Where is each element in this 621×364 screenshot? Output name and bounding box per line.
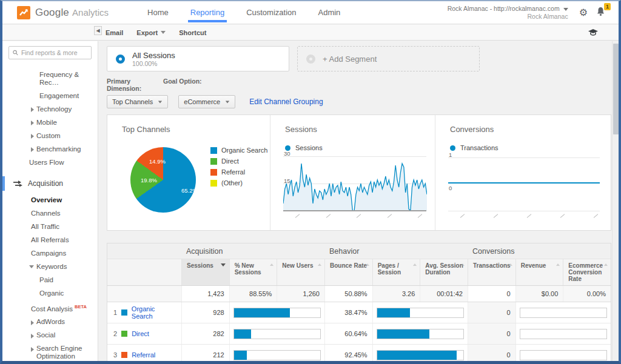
chevron-down-icon xyxy=(226,101,229,103)
bell-icon[interactable]: 1 xyxy=(596,7,605,19)
nav-reporting[interactable]: Reporting xyxy=(180,1,235,24)
chevron-down-icon xyxy=(563,8,568,11)
segment-bar: All Sessions 100.00% + Add Segment xyxy=(107,46,619,71)
nav-home[interactable]: Home xyxy=(136,1,180,24)
bar-track xyxy=(520,308,607,318)
search-input[interactable] xyxy=(21,49,87,56)
column-header-ecommerce-rate[interactable]: Ecommerce Conversion Rate xyxy=(563,259,611,285)
channels-pie-chart[interactable]: 65.2% 19.8% 14.9% xyxy=(130,147,196,213)
scrollbar-thumb[interactable] xyxy=(613,44,619,134)
nav-admin-label: Admin xyxy=(318,8,341,17)
conversions-legend: Transactions xyxy=(450,144,498,151)
sidebar-item-channels[interactable]: Channels xyxy=(2,207,98,220)
bar-track xyxy=(520,329,607,339)
sidebar-item-organic[interactable]: Organic xyxy=(2,286,98,300)
conversions-line-chart[interactable]: 1 0 xyxy=(448,153,600,211)
row-rank: 2 xyxy=(113,330,117,337)
bar-track xyxy=(233,329,321,339)
column-label: % New Sessions xyxy=(235,262,261,276)
sidebar-item-social[interactable]: Social xyxy=(2,329,98,342)
goal-dropdown[interactable]: eCommerce xyxy=(178,95,235,108)
report-content: All Sessions 100.00% + Add Segment Prima… xyxy=(99,41,619,361)
sidebar-collapse-button[interactable]: ◀ xyxy=(94,26,102,35)
channel-link[interactable]: Organic Search xyxy=(132,305,176,320)
report-search[interactable] xyxy=(8,46,92,59)
add-segment-label: + Add Segment xyxy=(323,55,377,64)
ga-logo[interactable]: Google Analytics xyxy=(17,6,109,19)
sidebar-item-keywords[interactable]: Keywords xyxy=(2,260,98,273)
dimension-dropdown[interactable]: Top Channels xyxy=(107,95,168,108)
column-header-sessions[interactable]: Sessions xyxy=(181,259,229,285)
sidebar-item-cost-analysis[interactable]: Cost AnalysisBETA xyxy=(2,300,98,316)
nav-admin[interactable]: Admin xyxy=(307,1,352,24)
column-header-avg-duration[interactable]: Avg. Session Duration xyxy=(420,259,468,285)
x-tick-mark xyxy=(418,214,423,218)
x-tick-mark xyxy=(494,214,498,218)
segment-ring-icon xyxy=(116,55,125,64)
spacer xyxy=(107,243,181,259)
sidebar-item-users-flow[interactable]: Users Flow xyxy=(2,156,98,169)
legend-swatch xyxy=(210,158,217,165)
email-button[interactable]: Email xyxy=(106,29,123,36)
sidebar-item-technology[interactable]: Technology xyxy=(2,102,98,116)
graduation-cap-icon[interactable] xyxy=(588,27,598,38)
expand-arrow-icon xyxy=(31,320,34,325)
column-label: Bounce Rate xyxy=(330,262,367,269)
sessions-bar-cell xyxy=(229,323,324,344)
column-header-new-users[interactable]: New Users xyxy=(277,259,324,285)
sort-icon xyxy=(604,263,608,266)
sidebar-item-adwords[interactable]: AdWords xyxy=(2,316,98,329)
primary-nav: Home Reporting Customization Admin xyxy=(136,1,351,24)
total-sessions: 1,423 xyxy=(181,286,229,302)
total-transactions: 0 xyxy=(468,286,515,302)
vertical-scrollbar[interactable] xyxy=(612,41,619,361)
column-header-revenue[interactable]: Revenue xyxy=(515,259,563,285)
nav-home-label: Home xyxy=(147,8,169,17)
ga-logo-icon xyxy=(17,6,30,19)
channel-link[interactable]: Referral xyxy=(132,351,155,359)
channel-link[interactable]: Direct xyxy=(132,330,149,337)
table-totals-row: 1,423 88.55% 1,260 50.88% 3.26 00:01:42 … xyxy=(107,286,611,302)
channel-swatch xyxy=(121,352,127,358)
sidebar-item-mobile[interactable]: Mobile xyxy=(2,116,98,129)
sidebar-item-custom[interactable]: Custom xyxy=(2,129,98,142)
legend-dot-icon xyxy=(450,145,455,151)
shortcut-button[interactable]: Shortcut xyxy=(179,29,206,36)
column-header-bounce-rate[interactable]: Bounce Rate xyxy=(324,259,372,285)
email-label: Email xyxy=(106,29,123,36)
sidebar-item-frequency-recency[interactable]: Frequency & Rec… xyxy=(2,68,98,89)
export-button[interactable]: Export xyxy=(136,29,166,36)
sidebar-item-seo[interactable]: Search Engine Optimization xyxy=(2,342,98,361)
sidebar-item-campaigns[interactable]: Campaigns xyxy=(2,247,98,260)
sidebar-item-paid[interactable]: Paid xyxy=(2,273,98,286)
gear-icon[interactable]: ⚙ xyxy=(579,7,588,18)
sidebar-section-acquisition[interactable]: Acquisition xyxy=(2,174,98,193)
sidebar-item-label: Cost Analysis xyxy=(31,305,73,312)
column-header-new-sessions[interactable]: % New Sessions xyxy=(229,259,277,285)
sessions-value: 928 xyxy=(181,302,229,323)
account-switcher[interactable]: Rock Almanac - http://rockalmanac.com Ro… xyxy=(448,5,568,21)
sidebar-item-benchmarking[interactable]: Benchmarking xyxy=(2,142,98,156)
sidebar-item-overview[interactable]: Overview xyxy=(2,193,98,207)
spacer xyxy=(107,259,181,285)
column-header-pages-session[interactable]: Pages / Session xyxy=(372,259,420,285)
group-acquisition: Acquisition xyxy=(181,243,324,259)
x-tick-mark xyxy=(295,214,300,218)
sidebar-item-engagement[interactable]: Engagement xyxy=(2,89,98,102)
account-property: Rock Almanac - http://rockalmanac.com xyxy=(448,5,560,12)
sidebar: Frequency & Rec… Engagement Technology M… xyxy=(2,41,98,361)
column-header-transactions[interactable]: Transactions xyxy=(468,259,515,285)
add-segment-button[interactable]: + Add Segment xyxy=(297,46,480,71)
nav-reporting-label: Reporting xyxy=(190,8,224,17)
window-frame: Google Analytics Home Reporting Customiz… xyxy=(0,0,621,364)
conversions-card: Conversions Transactions 1 0 xyxy=(435,115,611,230)
channels-table: Acquisition Behavior Conversions Session… xyxy=(107,243,611,361)
segment-all-sessions[interactable]: All Sessions 100.00% xyxy=(107,46,289,71)
sidebar-item-all-traffic[interactable]: All Traffic xyxy=(2,220,98,233)
nav-customization[interactable]: Customization xyxy=(235,1,307,24)
sessions-line-chart[interactable]: 30 15 xyxy=(283,153,426,211)
sidebar-item-label: Social xyxy=(36,331,55,339)
bar-track xyxy=(377,329,464,339)
sidebar-item-all-referrals[interactable]: All Referrals xyxy=(2,233,98,247)
edit-channel-grouping-link[interactable]: Edit Channel Grouping xyxy=(249,98,323,106)
